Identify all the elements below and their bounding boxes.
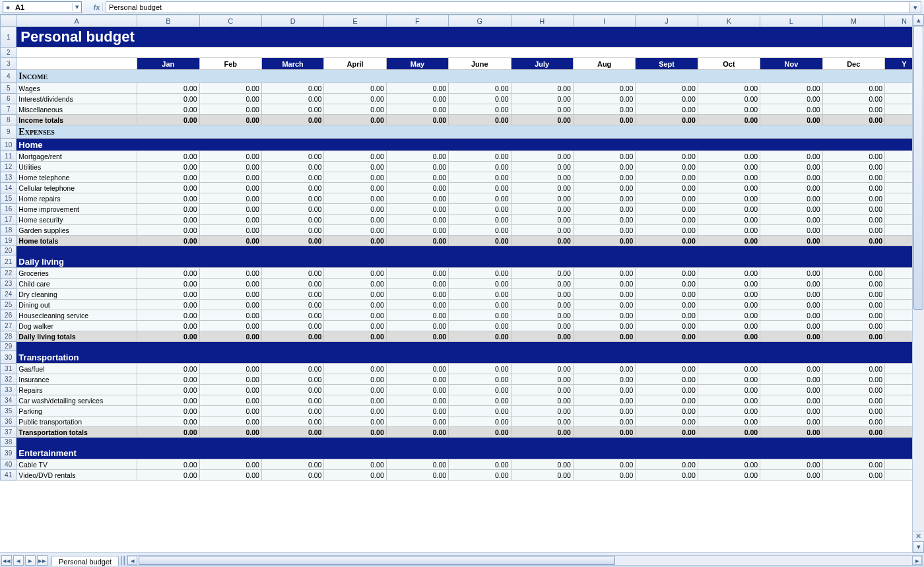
select-all-corner[interactable] <box>1 15 16 27</box>
cell-value[interactable]: 0.00 <box>760 385 822 395</box>
cell-value[interactable]: 0.00 <box>449 395 511 406</box>
cell-value[interactable]: 0.00 <box>199 94 261 104</box>
cell-value[interactable]: 0.00 <box>261 417 323 427</box>
cell-value[interactable]: 0.00 <box>261 162 323 172</box>
scroll-down-icon[interactable]: ▾ <box>913 541 924 552</box>
cell-year-partial[interactable] <box>884 104 912 115</box>
cell-value[interactable]: 0.00 <box>698 215 760 225</box>
cell-year-partial[interactable] <box>884 364 912 374</box>
cell-value[interactable]: 0.00 <box>324 225 386 236</box>
cell-value[interactable]: 0.00 <box>449 289 511 300</box>
row-label[interactable]: Utilities <box>16 162 137 172</box>
cell-year-partial[interactable] <box>884 236 912 246</box>
cell-value[interactable]: 0.00 <box>511 470 573 481</box>
cell-value[interactable]: 0.00 <box>636 427 698 438</box>
column-header-C[interactable]: C <box>199 15 261 27</box>
cell-value[interactable]: 0.00 <box>698 172 760 183</box>
column-header-H[interactable]: H <box>511 15 573 27</box>
cell-value[interactable]: 0.00 <box>199 289 261 300</box>
spacer-row[interactable] <box>16 246 912 255</box>
cell-value[interactable]: 0.00 <box>511 279 573 289</box>
row-header-15[interactable]: 15 <box>1 193 16 204</box>
cell-value[interactable]: 0.00 <box>573 204 635 215</box>
cell-value[interactable]: 0.00 <box>137 183 199 193</box>
row-header-32[interactable]: 32 <box>1 374 16 385</box>
cell-value[interactable]: 0.00 <box>324 289 386 300</box>
cell-value[interactable]: 0.00 <box>199 236 261 246</box>
cell-value[interactable]: 0.00 <box>449 183 511 193</box>
row-header-31[interactable]: 31 <box>1 364 16 374</box>
cell-value[interactable]: 0.00 <box>636 470 698 481</box>
row-header-28[interactable]: 28 <box>1 331 16 342</box>
cell-value[interactable]: 0.00 <box>511 310 573 321</box>
cell-value[interactable]: 0.00 <box>449 151 511 162</box>
month-header-april[interactable]: April <box>324 58 386 70</box>
row-label[interactable]: Wages <box>16 83 137 94</box>
cell-value[interactable]: 0.00 <box>636 236 698 246</box>
cell-value[interactable]: 0.00 <box>386 215 448 225</box>
cell-year-partial[interactable] <box>884 83 912 94</box>
cell-value[interactable]: 0.00 <box>199 406 261 417</box>
row-label[interactable]: Home telephone <box>16 172 137 183</box>
cell-value[interactable]: 0.00 <box>449 204 511 215</box>
row-header-24[interactable]: 24 <box>1 289 16 300</box>
row-header-10[interactable]: 10 <box>1 139 16 151</box>
cell-value[interactable]: 0.00 <box>822 83 884 94</box>
cell-value[interactable]: 0.00 <box>760 459 822 470</box>
cell-value[interactable]: 0.00 <box>449 374 511 385</box>
cell-value[interactable]: 0.00 <box>511 321 573 331</box>
row-header-18[interactable]: 18 <box>1 225 16 236</box>
cell-value[interactable]: 0.00 <box>511 417 573 427</box>
cell-value[interactable]: 0.00 <box>822 374 884 385</box>
cell-value[interactable]: 0.00 <box>636 364 698 374</box>
row-header-39[interactable]: 39 <box>1 447 16 459</box>
cell-value[interactable]: 0.00 <box>137 94 199 104</box>
cell-value[interactable]: 0.00 <box>573 321 635 331</box>
cell-value[interactable]: 0.00 <box>573 300 635 310</box>
sheet-tab-active[interactable]: Personal budget <box>51 556 119 566</box>
cell-value[interactable]: 0.00 <box>573 364 635 374</box>
row-label[interactable]: Home improvement <box>16 204 137 215</box>
cell-value[interactable]: 0.00 <box>573 236 635 246</box>
cell-value[interactable]: 0.00 <box>386 364 448 374</box>
cell-value[interactable]: 0.00 <box>199 374 261 385</box>
month-header-sept[interactable]: Sept <box>636 58 698 70</box>
row-header-35[interactable]: 35 <box>1 406 16 417</box>
spacer-row[interactable] <box>16 342 912 351</box>
cell-value[interactable]: 0.00 <box>199 83 261 94</box>
row-label[interactable]: Miscellaneous <box>16 104 137 115</box>
row-header-3[interactable]: 3 <box>1 58 16 70</box>
cell-value[interactable]: 0.00 <box>199 459 261 470</box>
cell-value[interactable]: 0.00 <box>199 395 261 406</box>
cell-year-partial[interactable] <box>884 279 912 289</box>
row-header-38[interactable]: 38 <box>1 438 16 447</box>
cell-value[interactable]: 0.00 <box>386 225 448 236</box>
cell-value[interactable]: 0.00 <box>511 215 573 225</box>
cell-value[interactable]: 0.00 <box>449 470 511 481</box>
cell-value[interactable]: 0.00 <box>636 279 698 289</box>
row-label[interactable]: Repairs <box>16 385 137 395</box>
cell-value[interactable]: 0.00 <box>199 364 261 374</box>
cell-value[interactable]: 0.00 <box>698 115 760 125</box>
cell-value[interactable]: 0.00 <box>511 104 573 115</box>
cell-value[interactable]: 0.00 <box>324 268 386 279</box>
row-header-12[interactable]: 12 <box>1 162 16 172</box>
section-expenses[interactable]: Expenses <box>16 125 912 139</box>
row-label[interactable]: Child care <box>16 279 137 289</box>
row-label[interactable]: Cellular telephone <box>16 183 137 193</box>
cell-value[interactable]: 0.00 <box>261 331 323 342</box>
category-home[interactable]: Home <box>16 139 912 151</box>
row-label[interactable]: Transportation totals <box>16 427 137 438</box>
cell-value[interactable]: 0.00 <box>698 310 760 321</box>
column-header-N[interactable]: N <box>884 15 912 27</box>
cell-value[interactable]: 0.00 <box>822 183 884 193</box>
cell-value[interactable]: 0.00 <box>698 204 760 215</box>
cell-value[interactable]: 0.00 <box>449 215 511 225</box>
cell-value[interactable]: 0.00 <box>199 151 261 162</box>
cell-value[interactable]: 0.00 <box>324 279 386 289</box>
cell-value[interactable]: 0.00 <box>822 417 884 427</box>
cell-value[interactable]: 0.00 <box>698 470 760 481</box>
cell-value[interactable]: 0.00 <box>760 94 822 104</box>
cell-value[interactable]: 0.00 <box>199 385 261 395</box>
cell-value[interactable]: 0.00 <box>386 151 448 162</box>
